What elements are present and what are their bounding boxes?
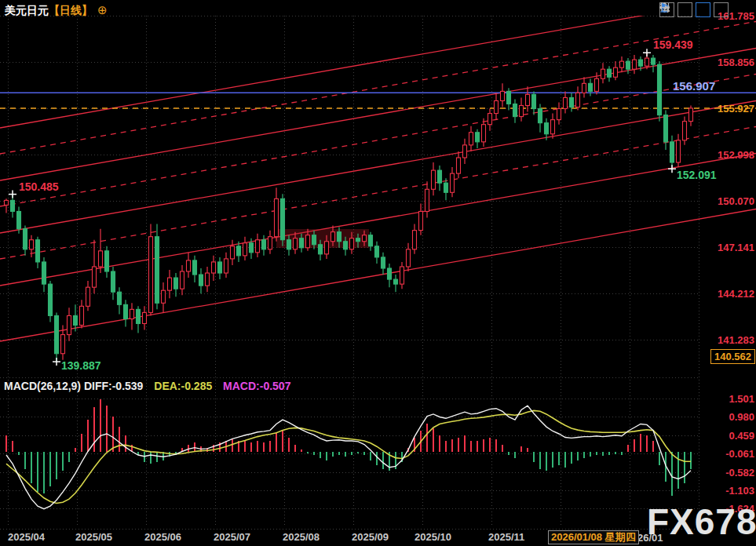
title-bar: 美元日元【日线】 ⊕	[5, 3, 107, 18]
candles	[5, 53, 693, 362]
current-price-label: 155.927	[718, 103, 754, 115]
candlestick-macd-chart[interactable]	[0, 0, 756, 546]
timeframe-label: 【日线】	[49, 4, 93, 16]
axis-scale-icon[interactable]	[677, 2, 692, 17]
blue-level-label[interactable]: 156.907	[673, 79, 715, 93]
dea-line	[6, 410, 691, 503]
marker-flag-icon[interactable]	[696, 2, 710, 17]
chart-toolbar	[659, 2, 729, 17]
macd-histogram	[6, 399, 691, 496]
add-indicator-button[interactable]: ⊕	[97, 3, 108, 16]
crosshair-date-label: 2026/01/08 星期四	[548, 530, 639, 544]
macd-params-diff-value: MACD(26,12,9) DIFF:-0.539	[4, 380, 143, 392]
dea-value: DEA:-0.285	[154, 380, 212, 392]
boxed-min-price-label: 140.562	[710, 349, 755, 364]
macd-value: MACD:-0.507	[223, 380, 290, 392]
shift-chart-icon[interactable]	[714, 2, 729, 17]
symbol-title: 美元日元	[5, 4, 49, 16]
diff-line	[6, 406, 691, 509]
fx678-chart-app: 美元日元【日线】 ⊕	[0, 0, 756, 546]
fx678-watermark: FX678	[647, 500, 756, 543]
macd-header: MACD(26,12,9) DIFF:-0.539 DEA:-0.285 MAC…	[4, 380, 290, 392]
